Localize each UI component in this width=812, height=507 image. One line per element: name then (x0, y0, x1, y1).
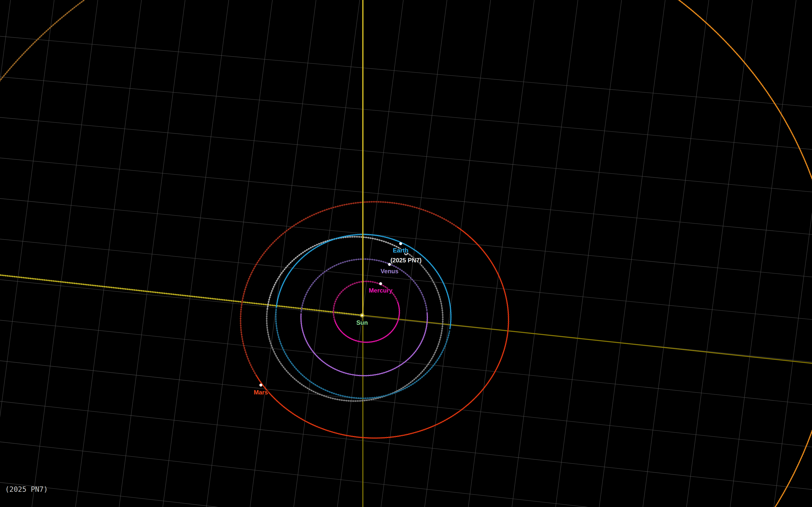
grid-line-vertical (119, 0, 185, 507)
earth-marker[interactable] (399, 242, 402, 245)
grid-line-horizontal (0, 361, 812, 447)
grid-line-horizontal (0, 158, 812, 234)
grid-line-vertical (687, 0, 753, 507)
mercury-label: Mercury (369, 287, 393, 294)
grid-line-horizontal (0, 280, 812, 362)
grid-line-vertical (207, 0, 272, 507)
2025-pn7-label: (2025 PN7) (391, 257, 422, 264)
venus-label: Venus (380, 268, 399, 275)
grid-line-vertical (75, 0, 142, 507)
ecliptic-x-axis-left (0, 275, 363, 315)
grid-line-vertical (643, 0, 709, 507)
grid-line-horizontal (0, 320, 812, 405)
jupiter-orbit-ticks (0, 0, 282, 255)
grid-line-vertical (774, 0, 812, 507)
sun-label: Sun (356, 319, 368, 326)
grid-line-horizontal (0, 117, 812, 192)
mercury-marker[interactable] (379, 282, 382, 285)
grid-line-vertical (556, 0, 622, 507)
grid-line-vertical (0, 0, 54, 507)
info-object-name: (2025 PN7) (5, 484, 104, 496)
grid-line-vertical (163, 0, 229, 507)
grid-line-vertical (599, 0, 665, 507)
mars-orbit (256, 227, 509, 438)
grid-line-horizontal (0, 77, 812, 150)
mars-orbit-ticks (256, 227, 509, 438)
2025-pn7-orbit-ticks (267, 253, 443, 401)
grid-line-vertical (468, 0, 535, 507)
grid-line-horizontal (0, 442, 812, 507)
2025-pn7-orbit (267, 253, 443, 401)
grid-line-vertical (381, 0, 447, 507)
grid-line-vertical (0, 0, 11, 507)
info-panel: (2025 PN7) Earth Distance: 0.15 au Sun D… (5, 459, 104, 507)
jupiter-orbit (0, 0, 282, 255)
grid-line-vertical (32, 0, 98, 507)
orbit-scene[interactable]: MercuryVenus(2025 PN7)EarthMarsSun (0, 0, 812, 507)
grid-line-horizontal (0, 401, 812, 490)
grid-line-horizontal (0, 36, 812, 107)
mars-label: Mars (254, 389, 268, 396)
sun-marker[interactable] (361, 314, 363, 316)
grid-line-vertical (250, 0, 316, 507)
grid-line-vertical (294, 0, 360, 507)
mars-marker[interactable] (260, 384, 262, 387)
grid-line-vertical (730, 0, 796, 507)
earth-label: Earth (393, 247, 408, 254)
orbit-viewer-canvas[interactable]: MercuryVenus(2025 PN7)EarthMarsSun (2025… (0, 0, 812, 507)
grid-line-horizontal (0, 199, 812, 277)
ecliptic-x-axis-right (363, 315, 812, 363)
